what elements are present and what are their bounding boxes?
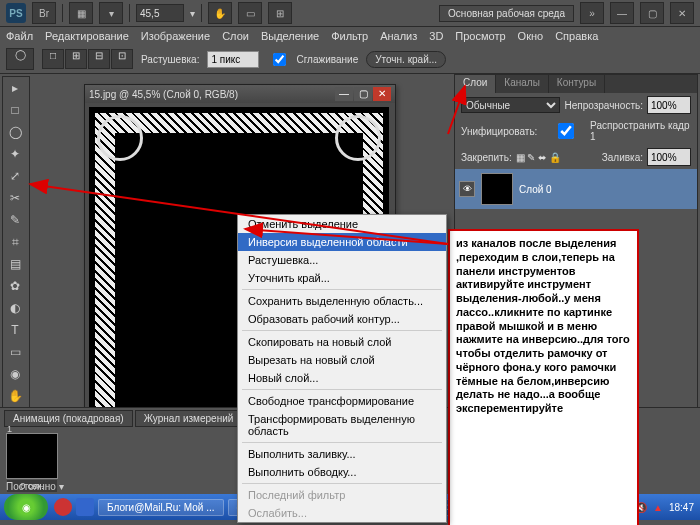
feather-label: Растушевка: — [141, 54, 199, 65]
context-menu-item[interactable]: Новый слой... — [238, 369, 446, 387]
antialias-label: Сглаживание — [296, 54, 358, 65]
close-icon[interactable]: ✕ — [670, 2, 694, 24]
refine-edge-button[interactable]: Уточн. край... — [366, 51, 446, 68]
top-icon-2[interactable]: ▾ — [99, 2, 123, 24]
menu-3d[interactable]: 3D — [429, 30, 443, 42]
context-menu-item[interactable]: Выполнить обводку... — [238, 463, 446, 481]
lock-label: Закрепить: — [461, 152, 512, 163]
screen-icon[interactable]: ⊞ — [268, 2, 292, 24]
context-menu-item[interactable]: Скопировать на новый слой — [238, 333, 446, 351]
propagate-checkbox[interactable] — [549, 123, 583, 139]
lasso-tool[interactable]: ◯ — [3, 121, 27, 143]
zoom-input[interactable] — [136, 4, 184, 22]
menu-file[interactable]: Файл — [6, 30, 33, 42]
move-tool[interactable]: ▸ — [3, 77, 27, 99]
opacity-label: Непрозрачность: — [564, 100, 643, 111]
context-menu-item[interactable]: Выполнить заливку... — [238, 445, 446, 463]
app-logo: PS — [6, 3, 26, 23]
tab-measure-log[interactable]: Журнал измерений — [135, 410, 243, 427]
wand-tool[interactable]: ✦ — [3, 143, 27, 165]
layer-row[interactable]: 👁 Слой 0 — [455, 169, 697, 209]
tab-animation[interactable]: Анимация (покадровая) — [4, 410, 133, 427]
instruction-annotation: из каналов после выделения ,переходим в … — [448, 229, 639, 525]
context-menu-item: Последний фильтр — [238, 486, 446, 504]
unify-label: Унифицировать: — [461, 126, 537, 137]
quick-launch-icon[interactable] — [54, 498, 72, 516]
document-title: 15.jpg @ 45,5% (Слой 0, RGB/8) — [89, 89, 238, 100]
loop-select[interactable]: Постоянно — [6, 481, 56, 492]
tab-layers[interactable]: Слои — [455, 75, 496, 93]
fill-label: Заливка: — [602, 152, 643, 163]
stamp-tool[interactable]: ⌗ — [3, 231, 27, 253]
history-brush-tool[interactable]: ▤ — [3, 253, 27, 275]
hand-icon[interactable]: ✋ — [208, 2, 232, 24]
antialias-checkbox[interactable] — [273, 53, 286, 66]
menu-edit[interactable]: Редактирование — [45, 30, 129, 42]
feather-input[interactable] — [207, 51, 259, 68]
collapse-icon[interactable]: » — [580, 2, 604, 24]
workspace-switcher[interactable]: Основная рабочая среда — [439, 5, 574, 22]
context-menu: Отменить выделениеИнверсия выделенной об… — [237, 214, 447, 523]
tray-icon[interactable]: ▲ — [653, 502, 663, 513]
context-menu-item[interactable]: Вырезать на новый слой — [238, 351, 446, 369]
max-icon[interactable]: ▢ — [640, 2, 664, 24]
layer-thumbnail — [481, 173, 513, 205]
eraser-tool[interactable]: ✿ — [3, 275, 27, 297]
marquee-tool[interactable]: □ — [3, 99, 27, 121]
view-icon[interactable]: ▭ — [238, 2, 262, 24]
context-menu-item[interactable]: Образовать рабочий контур... — [238, 310, 446, 328]
tab-channels[interactable]: Каналы — [496, 75, 549, 93]
fill-input[interactable] — [647, 148, 691, 166]
menu-layer[interactable]: Слои — [222, 30, 249, 42]
menu-image[interactable]: Изображение — [141, 30, 210, 42]
propagate-label: Распространить кадр 1 — [590, 120, 691, 142]
start-button[interactable]: ◉ — [4, 494, 48, 520]
context-menu-item[interactable]: Свободное трансформирование — [238, 392, 446, 410]
blend-mode-select[interactable]: Обычные — [461, 97, 560, 113]
visibility-icon[interactable]: 👁 — [459, 181, 475, 197]
gradient-tool[interactable]: ◐ — [3, 297, 27, 319]
shape-tool[interactable]: ▭ — [3, 341, 27, 363]
context-menu-item[interactable]: Растушевка... — [238, 251, 446, 269]
menu-bar: Файл Редактирование Изображение Слои Выд… — [0, 27, 700, 45]
eyedropper-tool[interactable]: ✂ — [3, 187, 27, 209]
type-tool[interactable]: T — [3, 319, 27, 341]
doc-close-button[interactable]: ✕ — [373, 87, 391, 101]
menu-help[interactable]: Справка — [555, 30, 598, 42]
opacity-input[interactable] — [647, 96, 691, 114]
sel-int-icon[interactable]: ⊡ — [111, 49, 133, 69]
animation-frame[interactable]: 1 0 сек. — [6, 433, 58, 479]
brush-tool[interactable]: ✎ — [3, 209, 27, 231]
tool-preset-icon[interactable]: ◯ — [6, 48, 34, 70]
bridge-icon[interactable]: Br — [32, 2, 56, 24]
doc-min-button[interactable]: — — [335, 87, 353, 101]
crop-tool[interactable]: ⤢ — [3, 165, 27, 187]
3d-tool[interactable]: ◉ — [3, 363, 27, 385]
menu-filter[interactable]: Фильтр — [331, 30, 368, 42]
context-menu-item: Ослабить... — [238, 504, 446, 522]
clock: 18:47 — [669, 502, 694, 513]
sel-add-icon[interactable]: ⊞ — [65, 49, 87, 69]
context-menu-item[interactable]: Сохранить выделенную область... — [238, 292, 446, 310]
context-menu-item[interactable]: Трансформировать выделенную область — [238, 410, 446, 440]
task-button[interactable]: Блоги@Mail.Ru: Мой ... — [98, 499, 224, 516]
layer-name: Слой 0 — [519, 184, 552, 195]
menu-analysis[interactable]: Анализ — [380, 30, 417, 42]
min-icon[interactable]: — — [610, 2, 634, 24]
context-menu-item[interactable]: Отменить выделение — [238, 215, 446, 233]
sel-new-icon[interactable]: □ — [42, 49, 64, 69]
toolbox: ▸ □ ◯ ✦ ⤢ ✂ ✎ ⌗ ▤ ✿ ◐ T ▭ ◉ ✋ 🔍 — [2, 76, 30, 430]
context-menu-item[interactable]: Уточнить край... — [238, 269, 446, 287]
menu-select[interactable]: Выделение — [261, 30, 319, 42]
tab-paths[interactable]: Контуры — [549, 75, 605, 93]
hand-tool[interactable]: ✋ — [3, 385, 27, 407]
menu-window[interactable]: Окно — [518, 30, 544, 42]
top-icon-1[interactable]: ▦ — [69, 2, 93, 24]
sel-sub-icon[interactable]: ⊟ — [88, 49, 110, 69]
lock-icons[interactable]: ▦ ✎ ⬌ 🔒 — [516, 152, 561, 163]
doc-max-button[interactable]: ▢ — [354, 87, 372, 101]
menu-view[interactable]: Просмотр — [455, 30, 505, 42]
quick-launch-icon-2[interactable] — [76, 498, 94, 516]
zoom-unit: ▾ — [190, 8, 195, 19]
context-menu-item[interactable]: Инверсия выделенной области — [238, 233, 446, 251]
